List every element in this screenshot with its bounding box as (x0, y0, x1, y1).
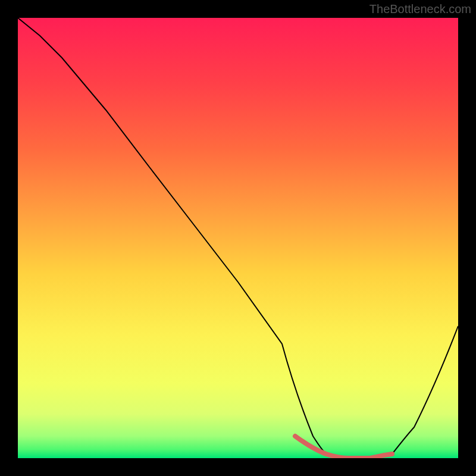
chart-container (18, 18, 458, 458)
optimal-range-highlight (295, 436, 392, 458)
watermark-text: TheBottleneck.com (369, 2, 471, 16)
main-curve-line (18, 18, 458, 458)
chart-curve (18, 18, 458, 458)
